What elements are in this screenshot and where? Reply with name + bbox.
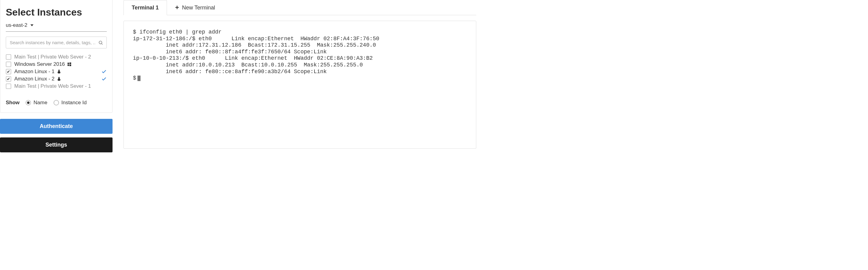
svg-rect-4	[67, 64, 69, 66]
svg-line-1	[101, 44, 102, 45]
instance-list: Main Test | Private Web Sever - 2 Window…	[6, 53, 107, 90]
instance-row[interactable]: Main Test | Private Web Sever - 1	[6, 83, 107, 90]
radio-icon	[26, 100, 31, 105]
instance-row[interactable]: Windows Server 2016	[6, 61, 107, 68]
radio-icon	[54, 100, 59, 105]
terminal-pane[interactable]: $ ifconfig eth0 | grep addr ip-172-31-12…	[123, 21, 476, 149]
tab-bar: Terminal 1 + New Terminal	[123, 0, 476, 15]
cursor-icon	[137, 76, 141, 81]
checkbox[interactable]	[6, 61, 11, 67]
instance-label: Windows Server 2016	[14, 61, 107, 68]
show-label: Show	[6, 100, 20, 106]
instance-label: Amazon Linux - 1	[14, 69, 98, 75]
instance-row[interactable]: Amazon Linux - 2	[6, 75, 107, 83]
search-icon	[98, 40, 103, 45]
settings-button[interactable]: Settings	[0, 137, 113, 152]
tab-terminal-1[interactable]: Terminal 1	[123, 0, 167, 15]
plus-icon: +	[175, 4, 179, 11]
instance-label: Main Test | Private Web Sever - 2	[14, 54, 107, 60]
instance-row[interactable]: Main Test | Private Web Sever - 2	[6, 53, 107, 61]
svg-rect-5	[70, 64, 71, 66]
linux-icon	[57, 77, 61, 81]
svg-point-0	[99, 41, 102, 44]
authenticate-button[interactable]: Authenticate	[0, 119, 113, 134]
svg-rect-2	[67, 63, 69, 64]
terminal-output: $ ifconfig eth0 | grep addr ip-172-31-12…	[133, 29, 467, 82]
radio-name[interactable]: Name	[26, 100, 47, 106]
tab-new-terminal[interactable]: + New Terminal	[167, 0, 223, 15]
checkbox[interactable]	[6, 69, 11, 74]
region-dropdown[interactable]: us-east-2	[6, 22, 107, 32]
check-icon	[101, 69, 107, 74]
checkbox[interactable]	[6, 76, 11, 82]
check-icon	[101, 76, 107, 82]
instance-row[interactable]: Amazon Linux - 1	[6, 68, 107, 75]
caret-down-icon	[30, 24, 33, 26]
checkbox[interactable]	[6, 83, 11, 89]
instance-label: Amazon Linux - 2	[14, 76, 98, 82]
search-input[interactable]	[6, 36, 107, 49]
checkbox[interactable]	[6, 54, 11, 60]
search-wrap	[6, 36, 107, 49]
show-options: Show Name Instance Id	[6, 100, 107, 106]
panel-title: Select Instances	[6, 7, 107, 18]
region-label: us-east-2	[6, 22, 27, 28]
instance-label: Main Test | Private Web Sever - 1	[14, 83, 107, 89]
svg-rect-3	[70, 62, 71, 64]
radio-instance-id[interactable]: Instance Id	[54, 100, 87, 106]
windows-icon	[67, 62, 72, 67]
select-instances-panel: Select Instances us-east-2 Main Test | P…	[0, 0, 113, 113]
linux-icon	[57, 69, 61, 74]
